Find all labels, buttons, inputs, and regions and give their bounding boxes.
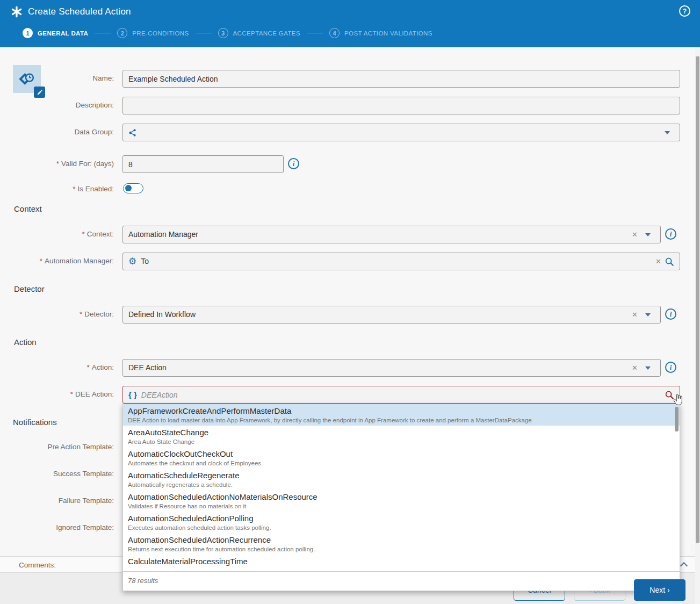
failure-template-label: Failure Template: (0, 497, 114, 505)
results-list: AppFrameworkCreateAndPerformMasterData D… (123, 404, 680, 571)
context-select[interactable]: Automation Manager ✕ (122, 226, 661, 243)
asterisk-icon (11, 6, 23, 18)
toggle-knob (125, 185, 132, 191)
dropdown-scrollbar-thumb[interactable] (675, 407, 679, 432)
ignored-template-label: Ignored Template: (0, 523, 114, 531)
is-enabled-label: *Is Enabled: (0, 185, 114, 193)
pre-action-template-label: Pre Action Template: (0, 443, 114, 451)
dee-action-label: *DEE Action: (0, 390, 114, 398)
notifications-section-title: Notifications (13, 418, 57, 427)
chevron-down-icon[interactable] (645, 233, 651, 236)
search-icon-error[interactable] (665, 390, 674, 400)
list-item[interactable]: AppFrameworkCreateAndPerformMasterData D… (123, 404, 680, 426)
help-circle-icon[interactable]: ? (679, 5, 690, 17)
valid-for-label: *Valid For: (days) (0, 160, 114, 168)
list-item[interactable]: CalculateMaterialProcessingTime (123, 555, 680, 571)
clear-icon[interactable]: ✕ (629, 311, 641, 319)
detector-info-icon[interactable]: i (665, 308, 676, 320)
success-template-label: Success Template: (0, 470, 114, 478)
automation-manager-picker[interactable]: ⚙ To ✕ (122, 253, 680, 270)
detector-section-title: Detector (14, 284, 45, 293)
detector-label: *Detector: (0, 310, 114, 318)
step-pre-conditions[interactable]: 2 PRE-CONDITIONS (117, 28, 189, 38)
page-scrollbar-thumb[interactable] (696, 56, 699, 543)
clear-icon[interactable]: ✕ (629, 364, 641, 372)
valid-for-info-icon[interactable]: i (288, 158, 299, 169)
context-label: *Context: (0, 230, 114, 238)
edit-avatar-button[interactable] (34, 87, 45, 98)
chevron-down-icon[interactable] (645, 366, 651, 370)
clear-icon[interactable]: ✕ (629, 231, 641, 239)
page-title: Create Scheduled Action (28, 6, 131, 17)
list-item[interactable]: AutomaticScheduleRegenerate Automaticall… (123, 469, 680, 490)
chevron-down-icon[interactable] (645, 313, 651, 317)
action-select[interactable]: DEE Action ✕ (122, 359, 661, 377)
comments-label: Comments: (19, 561, 56, 569)
pencil-icon (37, 89, 43, 96)
step-acceptance-gates[interactable]: 3 ACCEPTANCE GATES (218, 28, 300, 38)
action-section-title: Action (14, 337, 37, 347)
list-item[interactable]: AreaAutoStateChange Area Auto State Chan… (123, 426, 680, 447)
page-scrollbar-track[interactable] (695, 47, 700, 604)
list-item[interactable]: AutomaticClockOutCheckOut Automates the … (123, 447, 680, 469)
data-group-select[interactable] (122, 124, 680, 141)
is-enabled-toggle[interactable] (123, 183, 143, 193)
description-label: Description: (0, 101, 114, 109)
chevron-up-icon[interactable] (680, 562, 688, 570)
context-section-title: Context (14, 204, 42, 213)
search-icon[interactable] (665, 257, 674, 267)
action-label: *Action: (0, 363, 114, 371)
chevron-down-icon[interactable] (665, 131, 670, 134)
dee-action-search-input[interactable] (141, 391, 665, 399)
clear-icon[interactable]: ✕ (652, 257, 665, 265)
step-connector (196, 33, 212, 33)
action-info-icon[interactable]: i (665, 362, 676, 373)
detector-select[interactable]: Defined In Workflow ✕ (122, 306, 661, 323)
context-info-icon[interactable]: i (665, 228, 676, 240)
next-button[interactable]: Next › (634, 579, 685, 601)
name-label: Name: (0, 74, 114, 82)
list-item[interactable]: AutomationScheduledActionPolling Execute… (123, 512, 680, 533)
results-footer: 78 results (123, 571, 680, 592)
results-count: 78 results (128, 577, 158, 585)
braces-icon: { } (128, 390, 137, 399)
name-input[interactable] (122, 70, 680, 88)
dee-action-picker[interactable]: { } (122, 386, 680, 404)
step-connector (95, 33, 111, 33)
list-item[interactable]: AutomationScheduledActionRecurrence Retu… (123, 533, 680, 555)
step-connector (307, 33, 323, 33)
share-network-icon (128, 128, 137, 137)
automation-manager-label: *Automation Manager: (0, 257, 114, 265)
step-general-data[interactable]: 1 GENERAL DATA (23, 28, 88, 38)
data-group-label: Data Group: (0, 128, 114, 136)
gear-icon: ⚙ (128, 256, 136, 267)
wizard-steps: 1 GENERAL DATA 2 PRE-CONDITIONS 3 ACCEPT… (23, 28, 432, 38)
description-input[interactable] (122, 97, 680, 114)
valid-for-input[interactable] (122, 155, 284, 173)
dee-action-results-dropdown: AppFrameworkCreateAndPerformMasterData D… (122, 404, 680, 591)
step-post-action-validations[interactable]: 4 POST ACTION VALIDATIONS (329, 28, 432, 38)
list-item[interactable]: AutomationScheduledActionNoMaterialsOnRe… (123, 490, 680, 512)
wizard-header: Create Scheduled Action ? 1 GENERAL DATA… (0, 0, 700, 47)
